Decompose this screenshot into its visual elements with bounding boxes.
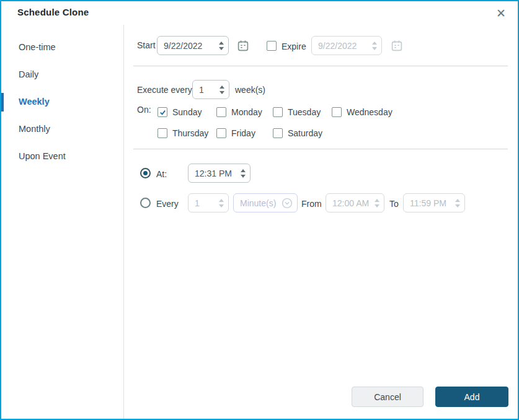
week-interval-spinner[interactable] [220,85,224,94]
from-time-spinner [375,199,379,208]
day-checkbox-friday[interactable]: Friday [216,128,255,139]
start-calendar-icon[interactable] [237,40,249,52]
schedule-clone-dialog: Schedule Clone ✕ One-time Daily Weekly M… [0,0,519,420]
chevron-down-circle-icon [282,198,293,209]
weeks-unit-label: week(s) [235,85,265,95]
execute-every-label: Execute every [137,85,192,95]
day-checkbox-sunday[interactable]: Sunday [157,107,202,118]
at-time-input[interactable] [195,168,237,178]
every-interval-field [188,193,229,212]
week-interval-input[interactable] [199,85,216,95]
sidebar-item-monthly[interactable]: Monthly [19,124,112,138]
start-date-spinner[interactable] [219,42,224,50]
at-radio[interactable] [140,168,151,178]
expire-calendar-icon [391,40,403,52]
selected-item-accent-bar [1,93,4,112]
from-time-input [332,198,371,208]
every-unit-value [240,198,282,208]
on-label: On: [137,105,151,115]
every-radio[interactable] [140,198,151,208]
cancel-button[interactable]: Cancel [352,387,424,407]
dialog-title: Schedule Clone [17,7,89,17]
at-label: At: [156,169,167,179]
sidebar-item-upon-event[interactable]: Upon Event [19,151,112,165]
divider-top [133,66,508,66]
every-interval-spinner [219,199,224,208]
start-label: Start [137,40,156,50]
day-checkbox-tuesday[interactable]: Tuesday [273,107,321,118]
at-time-field[interactable] [188,164,251,183]
every-unit-select [233,193,298,212]
sidebar-divider [123,25,124,419]
to-time-field [403,193,465,212]
day-checkbox-wednesday[interactable]: Wednesday [332,107,393,118]
expire-date-input [318,41,368,51]
every-interval-input [195,198,215,208]
sidebar-item-one-time[interactable]: One-time [19,42,112,56]
from-time-field [326,193,384,212]
to-time-input [410,198,451,208]
sidebar-item-weekly[interactable]: Weekly [19,97,112,110]
day-checkbox-thursday[interactable]: Thursday [157,128,208,139]
sidebar-item-daily[interactable]: Daily [19,69,112,83]
start-date-field[interactable] [157,36,229,55]
close-icon[interactable]: ✕ [493,5,509,21]
at-time-spinner[interactable] [241,169,246,178]
to-label: To [389,199,399,209]
divider-middle [133,149,508,149]
add-button[interactable]: Add [435,387,508,407]
every-label: Every [156,199,179,209]
expire-date-field [311,36,382,55]
day-checkbox-saturday[interactable]: Saturday [273,128,322,139]
from-label: From [301,199,322,209]
day-checkbox-monday[interactable]: Monday [216,107,262,118]
checkbox-checked-icon [157,107,167,117]
to-time-spinner [455,199,460,208]
week-interval-field[interactable] [192,80,229,99]
expire-date-spinner [372,42,377,50]
expire-checkbox[interactable] [267,41,277,51]
expire-label: Expire [282,42,306,51]
start-date-input[interactable] [164,41,215,51]
